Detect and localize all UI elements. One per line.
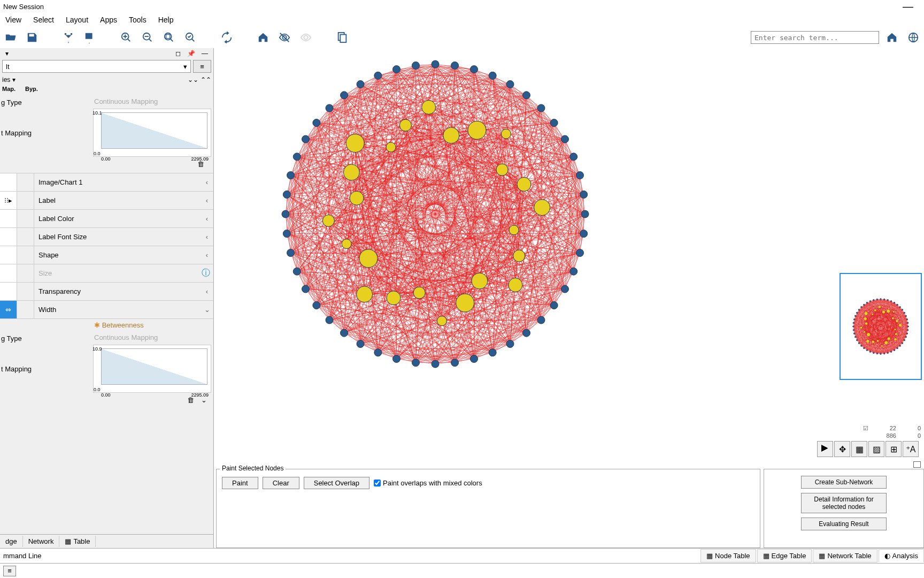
tab-network-table[interactable]: ▦Network Table — [813, 549, 877, 562]
web-icon[interactable] — [905, 29, 922, 46]
grid-icon[interactable]: ▦ — [851, 441, 867, 457]
birds-eye-view[interactable] — [840, 273, 922, 380]
menu-tools[interactable]: Tools — [124, 14, 152, 26]
zoom-selected-icon[interactable] — [182, 29, 199, 46]
search-input[interactable] — [751, 31, 879, 44]
svg-point-1069 — [437, 316, 446, 326]
prop-size[interactable]: Sizeⓘ — [0, 264, 213, 282]
info-icon[interactable]: ⓘ — [202, 268, 210, 279]
style-menu-button[interactable]: ≡ — [193, 60, 211, 73]
prop-label-font-size[interactable]: Label Font Size‹ — [0, 227, 213, 246]
move-icon[interactable]: ✥ — [834, 441, 850, 457]
menu-help[interactable]: Help — [153, 14, 179, 26]
expand-all-icon[interactable]: ⌄⌄ — [188, 76, 198, 83]
home-nav-icon[interactable] — [883, 29, 900, 46]
col-byp-header: Byp. — [25, 86, 38, 95]
evaluating-result-button[interactable]: Evaluating Result — [801, 518, 887, 530]
tab-edge[interactable]: dge — [0, 536, 23, 547]
prop-label-color[interactable]: Label Color‹ — [0, 209, 213, 227]
svg-point-1058 — [326, 104, 333, 112]
svg-point-1049 — [293, 268, 301, 275]
home-icon[interactable] — [255, 29, 272, 46]
hide-icon[interactable] — [276, 29, 293, 46]
svg-point-1052 — [282, 210, 289, 218]
hatch-icon[interactable]: ▨ — [868, 441, 884, 457]
svg-point-1018 — [470, 66, 478, 73]
collapse-all-icon[interactable]: ⌃⌃ — [201, 76, 211, 83]
prop-transparency[interactable]: Transparency‹ — [0, 282, 213, 300]
menu-layout[interactable]: Layout — [60, 14, 94, 26]
paint-button[interactable]: Paint — [222, 477, 258, 489]
svg-point-1016 — [432, 60, 439, 68]
svg-point-2144 — [894, 329, 896, 330]
svg-point-1082 — [443, 127, 459, 143]
width-mapping-type-value[interactable]: Continuous Mapping — [90, 331, 213, 344]
save-icon[interactable] — [24, 29, 41, 46]
copy-icon[interactable] — [334, 29, 351, 46]
style-combo[interactable]: lt ▾ — [2, 60, 191, 73]
menu-apps[interactable]: Apps — [95, 14, 122, 26]
svg-point-2134 — [853, 318, 855, 320]
clear-button[interactable]: Clear — [263, 477, 299, 489]
select-overlap-button[interactable]: Select Overlap — [304, 477, 369, 489]
svg-point-1056 — [302, 135, 310, 143]
delete-width-mapping-icon[interactable]: 🗑 — [187, 396, 197, 407]
svg-point-2156 — [865, 322, 868, 325]
tab-node-table[interactable]: ▦Node Table — [700, 549, 756, 562]
text-icon[interactable]: ⁺A — [903, 441, 919, 457]
maximize-icon[interactable] — [913, 461, 921, 468]
mapping-graph-1[interactable]: 10.1 0.0 0.00 2295.09 — [93, 109, 211, 157]
dropdown-icon[interactable]: ▾ — [3, 50, 11, 57]
svg-point-1076 — [350, 191, 364, 205]
mapping-graph-2[interactable]: 10.9 0.0 0.00 2295.09 — [93, 345, 211, 393]
open-icon[interactable] — [2, 29, 19, 46]
create-sub-network-button[interactable]: Create Sub-Network — [801, 476, 887, 489]
svg-point-1074 — [342, 239, 351, 249]
prop-image-chart[interactable]: Image/Chart 1‹ — [0, 173, 213, 191]
menu-select[interactable]: Select — [28, 14, 59, 26]
refresh-icon[interactable] — [218, 29, 235, 46]
float-icon[interactable]: ◻ — [173, 50, 183, 57]
mapping-type-value[interactable]: Continuous Mapping — [90, 95, 213, 108]
svg-point-1071 — [387, 291, 401, 305]
zoom-in-icon[interactable] — [118, 29, 135, 46]
prop-label[interactable]: ⁝⁝▸Label‹ — [0, 191, 213, 209]
svg-point-2121 — [876, 353, 878, 355]
svg-point-1044 — [357, 340, 364, 347]
table-tabs: ▦Node Table ▦Edge Table ▦Network Table ◐… — [0, 548, 924, 563]
zoom-out-icon[interactable] — [139, 29, 156, 46]
show-icon[interactable] — [297, 29, 314, 46]
svg-point-1048 — [302, 285, 310, 293]
svg-point-1039 — [451, 359, 459, 367]
delete-mapping-icon[interactable]: 🗑 — [197, 160, 207, 171]
svg-point-2130 — [853, 333, 855, 334]
prop-shape[interactable]: Shape‹ — [0, 246, 213, 264]
svg-point-2098 — [887, 299, 889, 301]
list-button[interactable]: ≡ — [3, 566, 16, 576]
import-table-icon[interactable] — [81, 29, 98, 46]
svg-point-1033 — [550, 301, 558, 309]
import-network-icon[interactable] — [60, 29, 77, 46]
tab-table[interactable]: ▦Table — [59, 536, 96, 547]
pin-icon[interactable]: 📌 — [185, 50, 197, 57]
minimize-panel-icon[interactable]: — — [199, 50, 210, 57]
mix-colors-checkbox[interactable]: Paint overlaps with mixed colors — [374, 479, 482, 487]
annotations-icon[interactable]: ⊞ — [886, 441, 902, 457]
minimize-button[interactable]: — — [895, 1, 921, 13]
zoom-fit-icon[interactable] — [160, 29, 178, 46]
scroll-down-icon[interactable]: ⌄ — [201, 396, 207, 407]
svg-point-2100 — [894, 302, 895, 303]
svg-point-1028 — [581, 210, 589, 218]
network-graph[interactable] — [216, 48, 654, 380]
tab-edge-table[interactable]: ▦Edge Table — [757, 549, 812, 562]
svg-point-2127 — [858, 343, 860, 344]
tab-analysis[interactable]: ◐Analysis — [879, 549, 924, 562]
prop-width[interactable]: ⇔Width⌄ — [0, 300, 213, 318]
column-attribute[interactable]: Betweenness — [0, 319, 213, 331]
tab-network[interactable]: Network — [23, 536, 60, 547]
menu-view[interactable]: View — [0, 14, 27, 26]
svg-point-2105 — [905, 315, 907, 317]
export-icon[interactable]: ⯈ — [817, 441, 833, 457]
svg-point-1053 — [283, 191, 290, 198]
detail-info-button[interactable]: Detail Information for selected nodes — [801, 493, 887, 513]
